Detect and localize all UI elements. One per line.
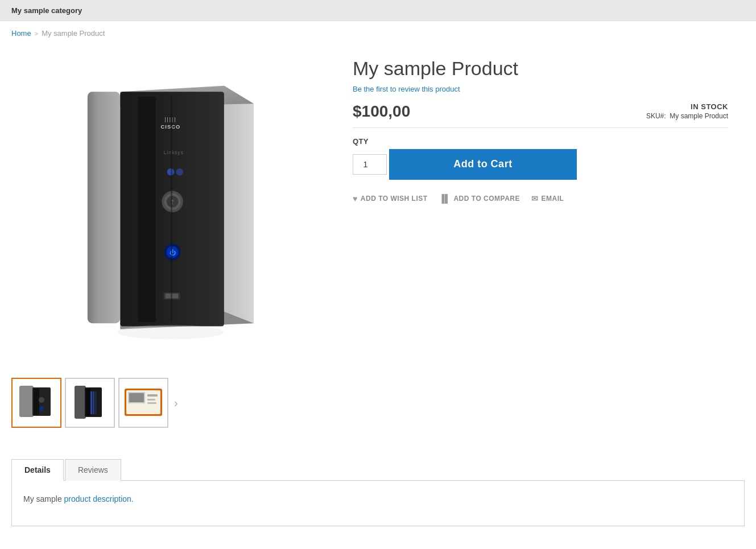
svg-rect-39 xyxy=(147,402,156,404)
svg-point-26 xyxy=(39,406,44,411)
product-price: $100,00 xyxy=(353,102,410,121)
description-link[interactable]: product description. xyxy=(64,494,134,503)
wish-list-link[interactable]: ♥ ADD TO WISH LIST xyxy=(353,194,428,203)
svg-rect-20 xyxy=(171,97,172,323)
product-title: My sample Product xyxy=(353,57,728,80)
product-info-section: My sample Product Be the first to review… xyxy=(353,51,728,430)
sku-value: My sample Product xyxy=(670,112,728,120)
compare-link[interactable]: ▐▌ ADD TO COMPARE xyxy=(439,194,520,203)
tabs-header: Details Reviews xyxy=(11,459,745,481)
svg-rect-31 xyxy=(93,391,94,414)
main-image-wrapper: ||||| CISCO Linksys ↑ ⏻ xyxy=(11,51,330,370)
thumbnail-next-button[interactable]: › xyxy=(172,397,180,410)
add-to-cart-button[interactable]: Add to Cart xyxy=(389,149,577,180)
review-link[interactable]: Be the first to review this product xyxy=(353,85,728,93)
email-label: EMAIL xyxy=(542,195,564,203)
svg-rect-0 xyxy=(88,92,120,323)
email-link[interactable]: ✉ EMAIL xyxy=(531,194,564,203)
svg-rect-24 xyxy=(34,389,39,415)
product-main-image: ||||| CISCO Linksys ↑ ⏻ xyxy=(63,74,279,347)
price-stock-row: $100,00 IN STOCK SKU#: My sample Product xyxy=(353,102,728,121)
in-stock-badge: IN STOCK xyxy=(646,102,728,111)
category-label: My sample category xyxy=(11,6,82,15)
svg-rect-29 xyxy=(86,389,90,416)
svg-rect-37 xyxy=(147,394,158,397)
tab-reviews[interactable]: Reviews xyxy=(65,459,121,481)
svg-rect-36 xyxy=(129,393,144,402)
svg-rect-38 xyxy=(147,399,155,401)
svg-point-10 xyxy=(176,168,183,176)
thumbnail-1[interactable] xyxy=(11,378,61,428)
svg-rect-30 xyxy=(90,391,92,414)
heart-icon: ♥ xyxy=(353,194,358,203)
product-image-section: ||||| CISCO Linksys ↑ ⏻ xyxy=(11,51,330,430)
tab-content-details: My sample product description. xyxy=(11,481,745,526)
breadcrumb-separator: > xyxy=(35,30,38,37)
svg-rect-27 xyxy=(75,386,86,419)
product-container: ||||| CISCO Linksys ↑ ⏻ xyxy=(0,46,740,447)
svg-rect-22 xyxy=(19,386,34,417)
wish-list-label: ADD TO WISH LIST xyxy=(361,195,428,203)
action-links: ♥ ADD TO WISH LIST ▐▌ ADD TO COMPARE ✉ E… xyxy=(353,194,728,203)
thumbnail-2[interactable] xyxy=(65,378,115,428)
thumbnails-wrapper: › xyxy=(11,375,330,430)
stock-sku: IN STOCK SKU#: My sample Product xyxy=(646,102,728,120)
svg-point-21 xyxy=(117,325,224,339)
sku-label: SKU#: xyxy=(646,112,666,120)
tabs-section: Details Reviews My sample product descri… xyxy=(11,459,745,526)
thumbnail-3[interactable] xyxy=(118,378,168,428)
qty-label: Qty xyxy=(353,137,728,146)
compare-icon: ▐▌ xyxy=(439,194,451,203)
product-description: My sample product description. xyxy=(23,494,733,503)
compare-label: ADD TO COMPARE xyxy=(453,195,520,203)
svg-text:Linksys: Linksys xyxy=(164,150,184,155)
email-icon: ✉ xyxy=(531,194,539,203)
sku-line: SKU#: My sample Product xyxy=(646,112,728,120)
svg-point-25 xyxy=(39,397,44,403)
tab-details[interactable]: Details xyxy=(11,459,64,481)
top-nav: My sample category xyxy=(0,0,756,21)
qty-input[interactable] xyxy=(353,154,387,175)
breadcrumb-home[interactable]: Home xyxy=(11,29,31,38)
breadcrumb-current: My sample Product xyxy=(42,29,105,38)
svg-marker-1 xyxy=(224,86,254,323)
svg-rect-5 xyxy=(138,97,156,323)
price-divider xyxy=(353,127,728,128)
svg-rect-32 xyxy=(95,391,97,414)
breadcrumb: Home > My sample Product xyxy=(0,21,756,46)
